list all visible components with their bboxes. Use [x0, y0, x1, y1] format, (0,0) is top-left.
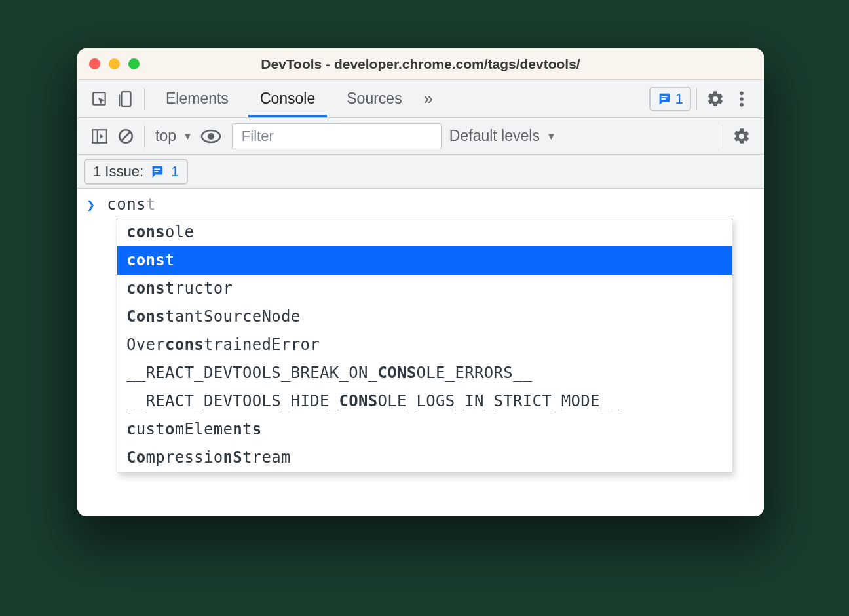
maximize-button[interactable]: [128, 58, 140, 69]
device-toggle-icon[interactable]: [113, 86, 139, 112]
console-area: ❯ const consoleconstconstructorConstantS…: [77, 189, 764, 516]
tab-elements[interactable]: Elements: [154, 80, 240, 117]
autocomplete-item[interactable]: console: [117, 218, 732, 246]
live-expression-icon[interactable]: [198, 123, 224, 149]
svg-rect-14: [154, 168, 160, 170]
separator: [144, 88, 145, 110]
prompt-caret-icon: ❯: [86, 197, 95, 213]
autocomplete-item[interactable]: customElements: [117, 415, 732, 444]
console-toolbar: top ▼ Default levels ▼: [77, 118, 764, 155]
svg-rect-1: [122, 92, 131, 106]
separator: [723, 125, 723, 147]
autocomplete-item[interactable]: CompressionStream: [117, 444, 732, 472]
settings-icon[interactable]: [702, 86, 728, 112]
console-settings-icon[interactable]: [728, 123, 755, 149]
autocomplete-item[interactable]: __REACT_DEVTOOLS_BREAK_ON_CONSOLE_ERRORS…: [117, 359, 732, 387]
issues-pill-count: 1: [171, 163, 179, 180]
toggle-sidebar-icon[interactable]: [86, 123, 113, 149]
window-title: DevTools - developer.chrome.com/tags/dev…: [261, 56, 580, 72]
svg-point-13: [208, 133, 214, 140]
title-prefix: DevTools -: [261, 56, 334, 71]
svg-point-6: [740, 97, 744, 101]
close-button[interactable]: [89, 58, 100, 69]
titlebar: DevTools - developer.chrome.com/tags/dev…: [77, 48, 764, 80]
autocomplete-item[interactable]: constructor: [117, 275, 732, 303]
chevron-down-icon: ▼: [546, 130, 556, 142]
svg-point-5: [740, 91, 744, 95]
tab-console[interactable]: Console: [248, 80, 327, 117]
issues-count: 1: [675, 90, 683, 107]
svg-rect-3: [661, 96, 667, 97]
tab-bar: Elements Console Sources » 1: [77, 80, 764, 118]
more-tabs-icon[interactable]: »: [418, 86, 439, 112]
chevron-down-icon: ▼: [183, 130, 193, 142]
issues-pill[interactable]: 1 Issue: 1: [84, 159, 188, 185]
svg-rect-4: [661, 98, 665, 100]
traffic-lights: [89, 58, 140, 69]
console-input-text: const: [107, 195, 156, 214]
issues-label: 1 Issue:: [93, 163, 143, 180]
tab-sources[interactable]: Sources: [335, 80, 413, 117]
autocomplete-item[interactable]: __REACT_DEVTOOLS_HIDE_CONSOLE_LOGS_IN_ST…: [117, 387, 732, 415]
separator: [696, 88, 697, 110]
issues-bar: 1 Issue: 1: [77, 155, 764, 189]
context-selector[interactable]: top ▼: [150, 127, 198, 145]
levels-label: Default levels: [449, 127, 540, 145]
autocomplete-item[interactable]: ConstantSourceNode: [117, 303, 732, 331]
title-url: developer.chrome.com/tags/devtools/: [334, 56, 580, 71]
chat-icon: [657, 92, 671, 106]
chat-icon: [150, 164, 164, 179]
svg-rect-15: [154, 171, 158, 172]
issues-badge[interactable]: 1: [649, 87, 691, 111]
context-label: top: [155, 127, 176, 145]
separator: [144, 125, 145, 147]
filter-input[interactable]: [232, 123, 442, 149]
kebab-menu-icon[interactable]: [728, 86, 755, 112]
clear-console-icon[interactable]: [113, 123, 139, 149]
autocomplete-item[interactable]: OverconstrainedError: [117, 331, 732, 359]
autocomplete-popup: consoleconstconstructorConstantSourceNod…: [117, 218, 732, 472]
svg-line-11: [122, 132, 130, 140]
minimize-button[interactable]: [109, 58, 120, 69]
autocomplete-item[interactable]: const: [117, 246, 732, 275]
devtools-window: DevTools - developer.chrome.com/tags/dev…: [77, 48, 764, 516]
svg-rect-8: [92, 130, 107, 143]
svg-point-7: [740, 102, 744, 106]
inspect-icon[interactable]: [86, 86, 113, 112]
console-input-row[interactable]: ❯ const: [77, 189, 764, 218]
log-levels-selector[interactable]: Default levels ▼: [449, 127, 556, 145]
